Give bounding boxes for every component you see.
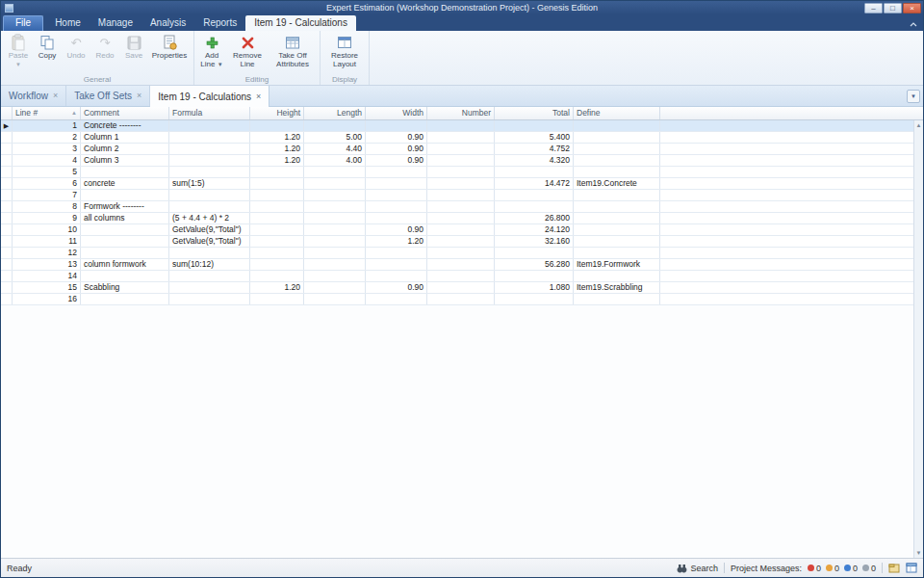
cell-number[interactable] xyxy=(427,178,495,189)
cell-comment[interactable] xyxy=(81,224,169,235)
row-selector[interactable] xyxy=(1,224,13,235)
header-row-selector[interactable] xyxy=(1,107,13,119)
row-selector[interactable] xyxy=(1,236,13,247)
cell-width[interactable] xyxy=(366,213,427,223)
column-header-height[interactable]: Height xyxy=(250,107,304,119)
cell-total[interactable]: 4.752 xyxy=(495,144,574,154)
redo-button[interactable]: ↷ Redo xyxy=(90,32,119,60)
row-selector[interactable] xyxy=(1,178,13,189)
layout-panel-icon[interactable] xyxy=(906,563,917,573)
cell-formula[interactable]: sum(1:5) xyxy=(169,178,250,189)
row-selector[interactable] xyxy=(1,294,13,304)
cell-formula[interactable] xyxy=(169,248,250,258)
table-row[interactable]: 13column formworksum(10:12)56.280Item19.… xyxy=(1,259,923,271)
cell-formula[interactable] xyxy=(169,282,250,293)
cell-width[interactable]: 0.90 xyxy=(366,144,427,154)
cell-number[interactable] xyxy=(427,201,495,212)
cell-line[interactable]: 9 xyxy=(13,213,81,223)
cell-formula[interactable] xyxy=(169,190,250,200)
tab-home[interactable]: Home xyxy=(46,15,90,31)
cell-height[interactable] xyxy=(250,259,304,270)
column-header-line-number[interactable]: Line # ▲ xyxy=(13,107,81,119)
tab-list-dropdown-button[interactable]: ▼ xyxy=(907,90,920,103)
row-selector[interactable] xyxy=(1,282,13,293)
cell-total[interactable]: 56.280 xyxy=(495,259,574,270)
cell-total[interactable]: 26.800 xyxy=(495,213,574,223)
search-button[interactable]: Search xyxy=(677,564,718,573)
cell-total[interactable] xyxy=(495,248,574,258)
cell-number[interactable] xyxy=(427,248,495,258)
cell-formula[interactable] xyxy=(169,271,250,281)
table-row[interactable]: 16 xyxy=(1,294,923,305)
cell-define[interactable]: Item19.Concrete xyxy=(574,178,660,189)
cell-length[interactable] xyxy=(304,201,366,212)
table-row[interactable]: 14 xyxy=(1,271,923,282)
message-counter[interactable]: 0 xyxy=(862,564,876,573)
cell-number[interactable] xyxy=(427,120,495,131)
maximize-button[interactable]: □ xyxy=(884,3,902,13)
properties-button[interactable]: Properties xyxy=(148,32,191,60)
cell-number[interactable] xyxy=(427,213,495,223)
cell-formula[interactable] xyxy=(169,132,250,143)
cell-length[interactable] xyxy=(304,178,366,189)
cell-comment[interactable] xyxy=(81,167,169,177)
cell-total[interactable]: 14.472 xyxy=(495,178,574,189)
row-selector[interactable] xyxy=(1,190,13,200)
cell-filler[interactable] xyxy=(660,294,923,304)
cell-line[interactable]: 5 xyxy=(13,167,81,177)
cell-formula[interactable] xyxy=(169,120,250,131)
tab-reports[interactable]: Reports xyxy=(194,15,245,31)
cell-number[interactable] xyxy=(427,155,495,166)
scroll-down-icon[interactable]: ▼ xyxy=(916,548,922,558)
cell-number[interactable] xyxy=(427,236,495,247)
tab-item-19-calculations[interactable]: Item 19 - Calculations xyxy=(245,15,356,31)
cell-filler[interactable] xyxy=(660,178,923,189)
cell-comment[interactable] xyxy=(81,248,169,258)
column-header-formula[interactable]: Formula xyxy=(169,107,250,119)
column-header-comment[interactable]: Comment xyxy=(81,107,169,119)
cell-formula[interactable] xyxy=(169,144,250,154)
table-row[interactable]: 4Column 31.204.000.904.320 xyxy=(1,155,923,167)
cell-formula[interactable] xyxy=(169,155,250,166)
row-selector[interactable] xyxy=(1,259,13,270)
cell-comment[interactable]: Concrete -------- xyxy=(81,120,169,131)
cell-filler[interactable] xyxy=(660,213,923,223)
cell-line[interactable]: 13 xyxy=(13,259,81,270)
cell-line[interactable]: 15 xyxy=(13,282,81,293)
cell-filler[interactable] xyxy=(660,144,923,154)
cell-total[interactable] xyxy=(495,201,574,212)
cell-filler[interactable] xyxy=(660,271,923,281)
cell-formula[interactable]: sum(10:12) xyxy=(169,259,250,270)
grid-empty-area[interactable] xyxy=(1,305,923,558)
row-selector[interactable] xyxy=(1,155,13,166)
project-message-counters[interactable]: 0000 xyxy=(808,564,876,573)
table-row[interactable]: 2Column 11.205.000.905.400 xyxy=(1,132,923,144)
cell-line[interactable]: 11 xyxy=(13,236,81,247)
tab-file[interactable]: File xyxy=(3,15,43,31)
table-row[interactable]: 12 xyxy=(1,248,923,259)
row-selector[interactable] xyxy=(1,271,13,281)
cell-width[interactable] xyxy=(366,167,427,177)
cell-number[interactable] xyxy=(427,167,495,177)
table-row[interactable]: 6concretesum(1:5)14.472Item19.Concrete xyxy=(1,178,923,190)
column-header-number[interactable]: Number xyxy=(427,107,495,119)
cell-comment[interactable]: column formwork xyxy=(81,259,169,270)
cell-formula[interactable] xyxy=(169,201,250,212)
cell-height[interactable]: 1.20 xyxy=(250,282,304,293)
cell-height[interactable] xyxy=(250,167,304,177)
column-header-total[interactable]: Total xyxy=(495,107,574,119)
cell-number[interactable] xyxy=(427,224,495,235)
vertical-scrollbar[interactable]: ▲ ▼ xyxy=(913,120,923,558)
cell-width[interactable] xyxy=(366,190,427,200)
table-row[interactable]: 8Formwork -------- xyxy=(1,201,923,213)
cell-filler[interactable] xyxy=(660,132,923,143)
cell-width[interactable] xyxy=(366,294,427,304)
cell-define[interactable] xyxy=(574,294,660,304)
table-row[interactable]: 11GetValue(9,"Total")1.2032.160 xyxy=(1,236,923,248)
cell-width[interactable] xyxy=(366,120,427,131)
cell-total[interactable] xyxy=(495,120,574,131)
column-header-length[interactable]: Length xyxy=(304,107,366,119)
cell-comment[interactable]: Column 2 xyxy=(81,144,169,154)
cell-line[interactable]: 8 xyxy=(13,201,81,212)
cell-length[interactable] xyxy=(304,259,366,270)
